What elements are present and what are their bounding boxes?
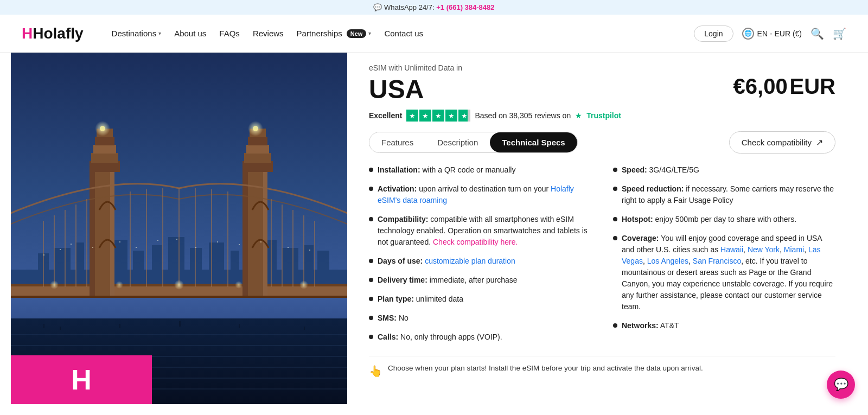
bullet-icon [369,259,373,263]
svg-rect-85 [60,327,61,330]
bullet-icon [613,168,617,172]
svg-rect-40 [244,153,271,163]
star-1: ★ [406,110,418,122]
svg-rect-83 [309,250,310,251]
svg-rect-76 [157,240,158,241]
svg-rect-8 [152,245,162,270]
tab-features[interactable]: Features [369,132,425,152]
spec-networks: Networks: AT&T [613,320,835,331]
whatsapp-icon: 💬 [373,3,384,11]
svg-rect-36 [248,161,263,296]
bottom-notice-text: Choose when your plan starts! Install th… [388,364,703,372]
svg-rect-77 [176,239,177,240]
check-compat-link[interactable]: Check compatibility here. [433,238,518,246]
check-compatibility-button[interactable]: Check compatibility ↗ [729,131,835,154]
product-image [11,53,347,404]
logo[interactable]: HHolafly [22,25,84,42]
svg-point-64 [253,126,258,131]
nav-partnerships[interactable]: Partnerships New ▾ [297,29,372,38]
spec-plan-type: Plan type: unlimited data [369,293,591,305]
search-icon[interactable]: 🔍 [810,27,824,40]
bullet-icon [613,187,617,191]
rating-label: Excellent [369,111,402,120]
svg-rect-32 [91,153,118,163]
svg-rect-88 [239,324,240,328]
la-link[interactable]: Los Angeles [647,257,688,265]
svg-rect-28 [95,161,110,296]
nav-about[interactable]: About us [174,29,206,38]
svg-rect-38 [242,161,248,296]
svg-rect-82 [288,247,289,248]
support-fab-button[interactable]: 💬 [827,371,855,399]
svg-rect-33 [93,145,116,154]
spec-coverage: Coverage: You will enjoy good coverage a… [613,233,835,312]
spec-installation: Installation: with a QR code or manually [369,164,591,176]
svg-rect-10 [190,248,202,270]
phone-link[interactable]: +1 (661) 384-8482 [436,3,494,11]
svg-rect-37 [263,161,267,296]
bullet-icon [613,236,617,240]
svg-point-69 [299,280,308,289]
product-image-container: H [11,53,347,404]
svg-rect-16 [304,245,314,270]
nav-reviews[interactable]: Reviews [253,29,284,38]
specs-left-col: Installation: with a QR code or manually… [369,164,591,350]
svg-rect-81 [260,241,261,242]
external-link-icon: ↗ [816,137,823,148]
top-bar: 💬 WhatsApp 24/7: +1 (661) 384-8482 [0,0,868,15]
svg-rect-73 [92,247,93,248]
svg-rect-70 [43,254,44,256]
svg-rect-41 [246,145,269,154]
miami-link[interactable]: Miami [784,245,804,254]
hawaii-link[interactable]: Hawaii [720,245,743,254]
chevron-down-icon: ▾ [158,30,161,36]
tab-technical-specs[interactable]: Technical Specs [490,132,577,152]
svg-point-68 [235,281,242,289]
spec-speed: Speed: 3G/4G/LTE/5G [613,164,835,176]
bullet-icon [369,217,373,221]
star-rating: ★ ★ ★ ★ ★ [406,110,470,122]
header: HHolafly Destinations ▾ About us FAQs Re… [0,15,868,53]
tabs-row: Features Description Technical Specs Che… [369,131,835,154]
svg-rect-15 [282,248,298,270]
svg-rect-75 [136,247,137,248]
sf-link[interactable]: San Francisco [693,257,741,265]
star-5: ★ [458,110,470,122]
svg-rect-7 [133,251,144,270]
review-count-link[interactable]: 38,305 reviews [509,111,560,120]
cart-icon[interactable]: 🛒 [833,27,846,40]
product-title-row: USA €6,00 EUR [369,74,835,104]
nav-destinations[interactable]: Destinations ▾ [112,29,162,38]
globe-icon: 🌐 [742,28,754,40]
language-selector[interactable]: 🌐 EN - EUR (€) [742,28,802,40]
svg-rect-30 [90,161,95,296]
svg-rect-9 [168,237,184,270]
header-right: Login 🌐 EN - EUR (€) 🔍 🛒 [694,25,846,42]
svg-rect-84 [43,324,44,328]
price-currency: EUR [790,74,835,98]
newyork-link[interactable]: New York [748,245,780,254]
nav-faqs[interactable]: FAQs [219,29,240,38]
nav-contact[interactable]: Contact us [384,29,423,38]
product-tabs: Features Description Technical Specs [369,132,578,153]
svg-rect-3 [54,248,71,270]
login-button[interactable]: Login [694,25,733,42]
spec-activation: Activation: upon arrival to destination … [369,183,591,206]
star-2: ★ [419,110,431,122]
svg-rect-72 [71,244,72,245]
svg-point-62 [100,126,105,131]
spec-days-of-use: Days of use: customizable plan duration [369,256,591,267]
svg-point-67 [174,280,184,290]
bullet-icon [369,187,373,191]
star-3: ★ [432,110,444,122]
svg-rect-42 [248,137,267,145]
rating-based-on: Based on 38,305 reviews on [475,111,571,120]
spec-hotspot: Hotspot: enjoy 500mb per day to share wi… [613,214,835,225]
spec-compatibility: Compatibility: compatible with all smart… [369,214,591,248]
svg-rect-86 [119,324,120,328]
chevron-down-icon-2: ▾ [368,30,371,36]
tab-description[interactable]: Description [425,132,490,152]
svg-rect-12 [231,251,239,270]
bullet-icon [369,316,373,320]
bullet-icon [613,323,617,328]
